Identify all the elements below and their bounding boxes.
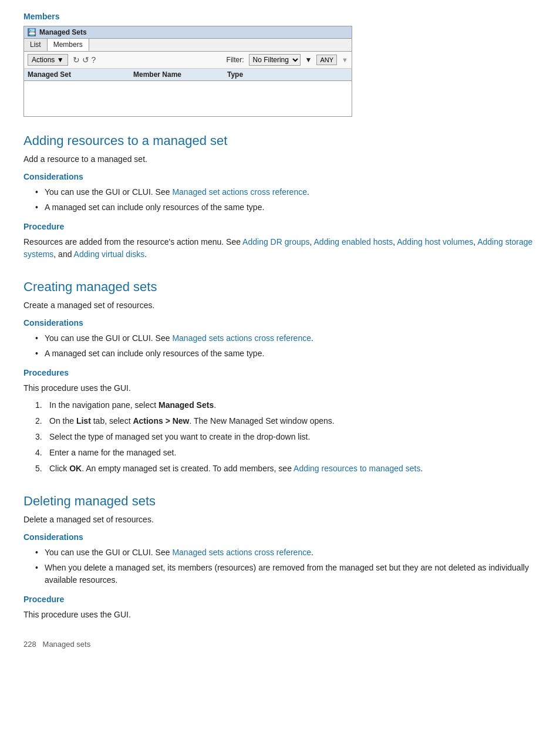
section-title-creating: Creating managed sets — [23, 279, 537, 295]
managed-sets-actions-link-deleting[interactable]: Managed sets actions cross reference — [172, 548, 311, 557]
procedure-text-adding: Resources are added from the resource's … — [23, 236, 537, 261]
footer-section-name: Managed sets — [43, 640, 91, 649]
section-deleting: Deleting managed sets Delete a managed s… — [23, 494, 537, 621]
list-item: 1. In the navigation pane, select Manage… — [35, 399, 537, 411]
procedure-title-adding: Procedure — [23, 222, 537, 231]
considerations-list-deleting: You can use the GUI or CLUI. See Managed… — [35, 546, 537, 586]
section-desc-adding: Add a resource to a managed set. — [23, 154, 537, 164]
managed-sets-widget: 📇 Managed Sets List Members Actions ▼ ↻ … — [23, 26, 352, 117]
page-number: 228 — [23, 640, 36, 649]
widget-toolbar: Actions ▼ ↻ ↺ ? Filter: No Filtering ▼ A… — [24, 52, 352, 69]
adding-host-volumes-link[interactable]: Adding host volumes — [397, 237, 473, 247]
managed-sets-bold: Managed Sets — [158, 400, 214, 410]
section-title-deleting: Deleting managed sets — [23, 494, 537, 509]
considerations-list-adding: You can use the GUI or CLUI. See Managed… — [35, 186, 537, 214]
widget-tabs: List Members — [24, 39, 352, 52]
adding-enabled-hosts-link[interactable]: Adding enabled hosts — [314, 237, 393, 247]
members-section: Members 📇 Managed Sets List Members Acti… — [23, 12, 537, 117]
page-footer: 228 Managed sets — [23, 640, 537, 649]
adding-virtual-disks-link[interactable]: Adding virtual disks — [74, 249, 145, 259]
toolbar-icons: ↻ ↺ ? — [73, 55, 96, 65]
list-tab-bold: List — [76, 416, 91, 426]
list-item: You can use the GUI or CLUI. See Managed… — [35, 332, 537, 345]
col-type: Type — [227, 70, 348, 79]
filter-select[interactable]: No Filtering — [249, 54, 301, 66]
section-creating: Creating managed sets Create a managed s… — [23, 279, 537, 475]
considerations-title-creating: Considerations — [23, 318, 537, 328]
list-item: 2. On the List tab, select Actions > New… — [35, 415, 537, 427]
list-item: You can use the GUI or CLUI. See Managed… — [35, 186, 537, 198]
managed-sets-icon: 📇 — [28, 28, 36, 36]
procedure-deleting: Procedure This procedure uses the GUI. — [23, 595, 537, 621]
procedure-title-deleting: Procedure — [23, 595, 537, 604]
ok-bold: OK — [69, 464, 82, 473]
col-member-name: Member Name — [133, 70, 227, 79]
list-item: 5. Click OK. An empty managed set is cre… — [35, 463, 537, 475]
undo-icon[interactable]: ↺ — [82, 55, 89, 65]
considerations-adding: Considerations You can use the GUI or CL… — [23, 172, 537, 214]
adding-resources-to-managed-sets-link[interactable]: Adding resources to managed sets — [294, 464, 420, 473]
widget-title: Managed Sets — [39, 28, 87, 36]
filter-label: Filter: — [227, 56, 244, 64]
any-button[interactable]: ANY — [316, 55, 337, 65]
refresh-icon[interactable]: ↻ — [73, 55, 80, 65]
members-title: Members — [23, 12, 537, 21]
list-item: When you delete a managed set, its membe… — [35, 562, 537, 586]
section-desc-creating: Create a managed set of resources. — [23, 301, 537, 310]
list-item: You can use the GUI or CLUI. See Managed… — [35, 546, 537, 559]
col-managed-set: Managed Set — [28, 70, 133, 79]
managed-sets-actions-link-creating[interactable]: Managed sets actions cross reference — [172, 333, 311, 343]
managed-set-actions-link[interactable]: Managed set actions cross reference — [172, 187, 307, 197]
tab-members[interactable]: Members — [48, 39, 89, 51]
section-title-adding: Adding resources to a managed set — [23, 133, 537, 148]
considerations-creating: Considerations You can use the GUI or CL… — [23, 318, 537, 360]
procedures-title-creating: Procedures — [23, 368, 537, 377]
procedures-intro-creating: This procedure uses the GUI. — [23, 382, 537, 394]
actions-new-bold: Actions > New — [133, 416, 189, 426]
adding-dr-groups-link[interactable]: Adding DR groups — [242, 237, 309, 247]
widget-table-header: Managed Set Member Name Type — [24, 69, 352, 81]
tab-list[interactable]: List — [24, 39, 48, 51]
procedures-creating: Procedures This procedure uses the GUI. … — [23, 368, 537, 475]
considerations-title-deleting: Considerations — [23, 532, 537, 542]
widget-table-body — [24, 81, 352, 116]
procedures-steps-creating: 1. In the navigation pane, select Manage… — [35, 399, 537, 475]
list-item: A managed set can include only resources… — [35, 347, 537, 360]
help-icon[interactable]: ? — [92, 55, 96, 65]
list-item: A managed set can include only resources… — [35, 201, 537, 214]
section-adding-resources: Adding resources to a managed set Add a … — [23, 133, 537, 261]
procedure-intro-deleting: This procedure uses the GUI. — [23, 609, 537, 621]
considerations-deleting: Considerations You can use the GUI or CL… — [23, 532, 537, 586]
list-item: 4. Enter a name for the managed set. — [35, 447, 537, 459]
considerations-title-adding: Considerations — [23, 172, 537, 181]
procedure-adding: Procedure Resources are added from the r… — [23, 222, 537, 261]
considerations-list-creating: You can use the GUI or CLUI. See Managed… — [35, 332, 537, 360]
actions-button[interactable]: Actions ▼ — [28, 54, 68, 66]
widget-titlebar: 📇 Managed Sets — [24, 26, 352, 39]
list-item: 3. Select the type of managed set you wa… — [35, 431, 537, 443]
section-desc-deleting: Delete a managed set of resources. — [23, 515, 537, 524]
